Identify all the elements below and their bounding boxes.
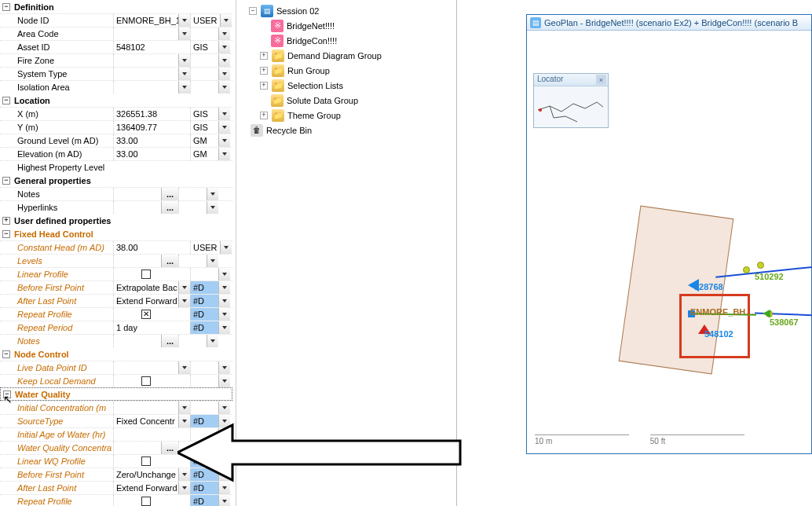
dropdown-icon[interactable]: [218, 495, 230, 506]
repeat-profile-check[interactable]: [113, 308, 178, 321]
wqc-value[interactable]: [113, 442, 161, 454]
tree-bridgecon[interactable]: BridgeCon!!!!: [236, 33, 456, 48]
elevation-value[interactable]: 33.00: [113, 148, 178, 160]
unit-cell[interactable]: GIS: [190, 121, 218, 134]
geoplan-window[interactable]: ▤ GeoPlan - BridgeNet!!!! (scenario Ex2)…: [526, 14, 812, 454]
unit-cell[interactable]: [178, 335, 207, 347]
linear-profile-check[interactable]: [113, 268, 178, 280]
plus-icon[interactable]: +: [260, 52, 268, 60]
dropdown-icon[interactable]: [218, 308, 230, 321]
tree-demand-diagram[interactable]: + Demand Diagram Group: [236, 48, 456, 63]
plus-icon[interactable]: +: [260, 82, 268, 90]
plus-icon[interactable]: +: [260, 112, 268, 119]
x-value[interactable]: 326551.38: [113, 108, 178, 120]
linwq-check[interactable]: [113, 455, 178, 468]
unit-cell[interactable]: #D: [190, 321, 218, 334]
dropdown-icon[interactable]: [178, 468, 190, 481]
dropdown-icon[interactable]: [220, 241, 232, 254]
fire-zone-value[interactable]: [113, 54, 178, 67]
unit-cell[interactable]: [190, 68, 218, 80]
dropdown-icon[interactable]: [178, 81, 190, 94]
unit-cell[interactable]: #D: [190, 295, 218, 307]
area-code-value[interactable]: [113, 28, 178, 40]
tree-recycle-bin[interactable]: Recycle Bin: [236, 123, 456, 138]
minus-icon[interactable]: −: [2, 3, 10, 11]
tree-run-group[interactable]: + Run Group: [236, 63, 456, 78]
unit-cell[interactable]: [190, 81, 218, 94]
dropdown-icon[interactable]: [220, 14, 232, 27]
unit-cell[interactable]: [190, 375, 218, 387]
dropdown-icon[interactable]: [218, 295, 230, 307]
dropdown-icon[interactable]: [218, 54, 230, 67]
dropdown-icon[interactable]: [218, 415, 230, 427]
unit-cell[interactable]: #D: [190, 308, 218, 321]
unit-cell[interactable]: [190, 402, 218, 414]
dropdown-icon[interactable]: [207, 335, 218, 347]
section-fhc[interactable]: − Fixed Head Control: [0, 227, 232, 240]
tree-theme-group[interactable]: + Theme Group: [236, 108, 456, 123]
unit-cell[interactable]: #D: [190, 455, 218, 468]
ellipsis-button[interactable]: ...: [161, 201, 178, 214]
dropdown-icon[interactable]: [178, 295, 190, 307]
unit-cell[interactable]: [190, 428, 218, 441]
geoplan-titlebar[interactable]: ▤ GeoPlan - BridgeNet!!!! (scenario Ex2)…: [527, 15, 811, 31]
fhc-notes-value[interactable]: [113, 335, 161, 347]
unit-cell[interactable]: GM: [190, 148, 218, 160]
dropdown-icon[interactable]: [178, 68, 190, 80]
dropdown-icon[interactable]: [207, 442, 218, 454]
unit-cell[interactable]: [190, 28, 218, 40]
unit-cell[interactable]: USER: [190, 14, 220, 27]
plus-icon[interactable]: +: [2, 217, 10, 225]
unit-cell[interactable]: #D: [190, 468, 218, 481]
section-definition[interactable]: − Definition: [0, 0, 232, 13]
levels-value[interactable]: [113, 255, 161, 267]
y-value[interactable]: 136409.77: [113, 121, 178, 134]
unit-cell[interactable]: [190, 268, 218, 280]
minus-icon[interactable]: −: [2, 97, 10, 104]
dropdown-icon[interactable]: [178, 281, 190, 294]
dropdown-icon[interactable]: [218, 321, 230, 334]
wq-alp-value[interactable]: Extend Forward: [113, 482, 178, 494]
close-icon[interactable]: ×: [596, 75, 606, 85]
unit-cell[interactable]: [178, 188, 207, 200]
dropdown-icon[interactable]: [218, 455, 230, 468]
dropdown-icon[interactable]: [218, 81, 230, 94]
unit-cell[interactable]: GIS: [190, 108, 218, 120]
hyperlinks-value[interactable]: [113, 201, 161, 214]
plus-icon[interactable]: +: [260, 67, 268, 75]
dropdown-icon[interactable]: [218, 428, 230, 441]
isolation-area-value[interactable]: [113, 81, 178, 94]
source-type-value[interactable]: Fixed Concentr: [113, 415, 178, 427]
unit-cell[interactable]: USER: [190, 241, 220, 254]
iaow-value[interactable]: [113, 428, 178, 441]
wq-rp-check[interactable]: [113, 495, 178, 506]
dropdown-icon[interactable]: [218, 281, 230, 294]
unit-cell[interactable]: #D: [190, 495, 218, 506]
dropdown-icon[interactable]: [178, 28, 190, 40]
ellipsis-button[interactable]: ...: [161, 335, 178, 347]
ground-level-value[interactable]: 33.00: [113, 134, 178, 147]
node-id-value[interactable]: ENMORE_BH_1: [113, 14, 178, 27]
dropdown-icon[interactable]: [207, 255, 218, 267]
section-node-control[interactable]: − Node Control: [0, 347, 232, 361]
unit-cell[interactable]: #D: [190, 281, 218, 294]
unit-cell[interactable]: [190, 54, 218, 67]
init-conc-value[interactable]: [113, 402, 178, 414]
minus-icon[interactable]: −: [2, 230, 10, 238]
dropdown-icon[interactable]: [218, 482, 230, 494]
dropdown-icon[interactable]: [218, 41, 230, 53]
tree-solute-data[interactable]: Solute Data Group: [236, 93, 456, 108]
tree-session[interactable]: − Session 02: [236, 3, 456, 18]
repeat-period-value[interactable]: 1 day: [113, 321, 178, 334]
dropdown-icon[interactable]: [218, 121, 230, 134]
dropdown-icon[interactable]: [218, 375, 230, 387]
section-location[interactable]: − Location: [0, 94, 232, 107]
unit-cell[interactable]: GM: [190, 134, 218, 147]
dropdown-icon[interactable]: [207, 188, 218, 200]
unit-cell[interactable]: GIS: [190, 41, 218, 53]
tree-bridgenet[interactable]: BridgeNet!!!!: [236, 18, 456, 33]
unit-cell[interactable]: [178, 255, 207, 267]
minus-icon[interactable]: −: [249, 7, 257, 15]
constant-head-value[interactable]: 38.00: [113, 241, 178, 254]
dropdown-icon[interactable]: [178, 14, 190, 27]
